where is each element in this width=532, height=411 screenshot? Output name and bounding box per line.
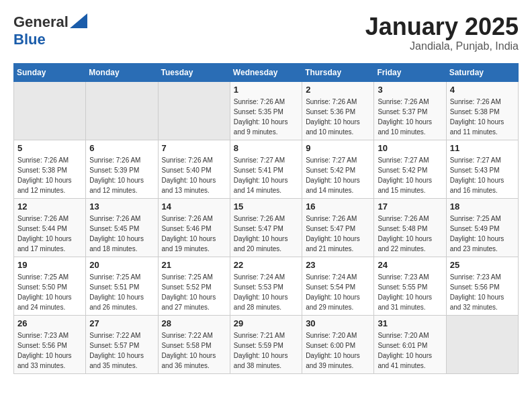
day-number: 7 bbox=[162, 143, 226, 153]
day-info: Sunrise: 7:20 AM Sunset: 6:01 PM Dayligh… bbox=[378, 330, 442, 371]
day-number: 1 bbox=[234, 85, 298, 95]
day-number: 15 bbox=[234, 201, 298, 212]
day-number: 19 bbox=[17, 260, 82, 270]
table-row: 29Sunrise: 7:21 AM Sunset: 5:59 PM Dayli… bbox=[230, 315, 302, 373]
calendar-header-row: Sunday Monday Tuesday Wednesday Thursday… bbox=[14, 63, 519, 81]
day-number: 31 bbox=[378, 318, 442, 328]
day-number: 24 bbox=[378, 260, 442, 270]
table-row: 13Sunrise: 7:26 AM Sunset: 5:45 PM Dayli… bbox=[86, 198, 158, 257]
week-row-5: 26Sunrise: 7:23 AM Sunset: 5:56 PM Dayli… bbox=[14, 315, 519, 373]
week-row-1: 1Sunrise: 7:26 AM Sunset: 5:35 PM Daylig… bbox=[14, 81, 519, 140]
day-info: Sunrise: 7:26 AM Sunset: 5:40 PM Dayligh… bbox=[162, 155, 226, 195]
table-row: 9Sunrise: 7:27 AM Sunset: 5:42 PM Daylig… bbox=[302, 140, 374, 198]
day-number: 2 bbox=[306, 85, 370, 95]
logo-general-text: General bbox=[13, 13, 69, 31]
day-info: Sunrise: 7:27 AM Sunset: 5:41 PM Dayligh… bbox=[234, 155, 298, 195]
day-info: Sunrise: 7:26 AM Sunset: 5:36 PM Dayligh… bbox=[306, 97, 370, 137]
col-saturday: Saturday bbox=[446, 63, 518, 81]
day-number: 26 bbox=[17, 318, 82, 328]
table-row: 2Sunrise: 7:26 AM Sunset: 5:36 PM Daylig… bbox=[302, 81, 374, 140]
day-number: 17 bbox=[378, 201, 442, 212]
col-tuesday: Tuesday bbox=[158, 63, 230, 81]
day-number: 9 bbox=[306, 143, 370, 153]
col-thursday: Thursday bbox=[302, 63, 374, 81]
day-number: 30 bbox=[306, 318, 370, 328]
page-header: General Blue January 2025 Jandiala, Punj… bbox=[13, 13, 519, 52]
logo-icon bbox=[70, 13, 87, 28]
table-row: 12Sunrise: 7:26 AM Sunset: 5:44 PM Dayli… bbox=[14, 198, 86, 257]
col-sunday: Sunday bbox=[14, 63, 86, 81]
day-info: Sunrise: 7:21 AM Sunset: 5:59 PM Dayligh… bbox=[234, 330, 298, 371]
day-info: Sunrise: 7:26 AM Sunset: 5:38 PM Dayligh… bbox=[17, 155, 82, 195]
table-row: 20Sunrise: 7:25 AM Sunset: 5:51 PM Dayli… bbox=[86, 257, 158, 315]
week-row-2: 5Sunrise: 7:26 AM Sunset: 5:38 PM Daylig… bbox=[14, 140, 519, 198]
day-info: Sunrise: 7:25 AM Sunset: 5:50 PM Dayligh… bbox=[17, 272, 82, 312]
table-row: 21Sunrise: 7:25 AM Sunset: 5:52 PM Dayli… bbox=[158, 257, 230, 315]
table-row: 30Sunrise: 7:20 AM Sunset: 6:00 PM Dayli… bbox=[302, 315, 374, 373]
day-info: Sunrise: 7:25 AM Sunset: 5:51 PM Dayligh… bbox=[89, 272, 154, 312]
table-row: 15Sunrise: 7:26 AM Sunset: 5:47 PM Dayli… bbox=[230, 198, 302, 257]
table-row: 31Sunrise: 7:20 AM Sunset: 6:01 PM Dayli… bbox=[374, 315, 446, 373]
table-row: 22Sunrise: 7:24 AM Sunset: 5:53 PM Dayli… bbox=[230, 257, 302, 315]
day-number: 27 bbox=[89, 318, 154, 328]
week-row-3: 12Sunrise: 7:26 AM Sunset: 5:44 PM Dayli… bbox=[14, 198, 519, 257]
day-info: Sunrise: 7:23 AM Sunset: 5:56 PM Dayligh… bbox=[17, 330, 82, 371]
location-title: Jandiala, Punjab, India bbox=[365, 40, 519, 52]
day-info: Sunrise: 7:27 AM Sunset: 5:42 PM Dayligh… bbox=[306, 155, 370, 195]
day-info: Sunrise: 7:27 AM Sunset: 5:42 PM Dayligh… bbox=[378, 155, 442, 195]
day-number: 18 bbox=[450, 201, 515, 212]
day-number: 20 bbox=[89, 260, 154, 270]
day-info: Sunrise: 7:23 AM Sunset: 5:56 PM Dayligh… bbox=[450, 272, 515, 312]
day-number: 29 bbox=[234, 318, 298, 328]
table-row: 1Sunrise: 7:26 AM Sunset: 5:35 PM Daylig… bbox=[230, 81, 302, 140]
col-friday: Friday bbox=[374, 63, 446, 81]
day-number: 16 bbox=[306, 201, 370, 212]
day-number: 13 bbox=[89, 201, 154, 212]
table-row bbox=[158, 81, 230, 140]
table-row: 7Sunrise: 7:26 AM Sunset: 5:40 PM Daylig… bbox=[158, 140, 230, 198]
table-row bbox=[446, 315, 518, 373]
day-number: 6 bbox=[89, 143, 154, 153]
table-row: 27Sunrise: 7:22 AM Sunset: 5:57 PM Dayli… bbox=[86, 315, 158, 373]
day-number: 14 bbox=[162, 201, 226, 212]
table-row: 6Sunrise: 7:26 AM Sunset: 5:39 PM Daylig… bbox=[86, 140, 158, 198]
table-row: 4Sunrise: 7:26 AM Sunset: 5:38 PM Daylig… bbox=[446, 81, 518, 140]
table-row: 26Sunrise: 7:23 AM Sunset: 5:56 PM Dayli… bbox=[14, 315, 86, 373]
logo-blue-text: Blue bbox=[13, 31, 46, 48]
table-row: 5Sunrise: 7:26 AM Sunset: 5:38 PM Daylig… bbox=[14, 140, 86, 198]
day-info: Sunrise: 7:26 AM Sunset: 5:48 PM Dayligh… bbox=[378, 214, 442, 254]
table-row: 3Sunrise: 7:26 AM Sunset: 5:37 PM Daylig… bbox=[374, 81, 446, 140]
day-number: 3 bbox=[378, 85, 442, 95]
day-info: Sunrise: 7:26 AM Sunset: 5:47 PM Dayligh… bbox=[234, 214, 298, 254]
table-row: 18Sunrise: 7:25 AM Sunset: 5:49 PM Dayli… bbox=[446, 198, 518, 257]
day-number: 22 bbox=[234, 260, 298, 270]
table-row bbox=[86, 81, 158, 140]
table-row: 25Sunrise: 7:23 AM Sunset: 5:56 PM Dayli… bbox=[446, 257, 518, 315]
table-row: 28Sunrise: 7:22 AM Sunset: 5:58 PM Dayli… bbox=[158, 315, 230, 373]
day-number: 5 bbox=[17, 143, 82, 153]
col-wednesday: Wednesday bbox=[230, 63, 302, 81]
day-number: 28 bbox=[162, 318, 226, 328]
table-row: 10Sunrise: 7:27 AM Sunset: 5:42 PM Dayli… bbox=[374, 140, 446, 198]
day-info: Sunrise: 7:26 AM Sunset: 5:46 PM Dayligh… bbox=[162, 214, 226, 254]
day-number: 11 bbox=[450, 143, 515, 153]
day-info: Sunrise: 7:26 AM Sunset: 5:44 PM Dayligh… bbox=[17, 214, 82, 254]
day-info: Sunrise: 7:26 AM Sunset: 5:39 PM Dayligh… bbox=[89, 155, 154, 195]
day-info: Sunrise: 7:26 AM Sunset: 5:37 PM Dayligh… bbox=[378, 97, 442, 137]
calendar-table: Sunday Monday Tuesday Wednesday Thursday… bbox=[13, 63, 519, 374]
day-info: Sunrise: 7:26 AM Sunset: 5:47 PM Dayligh… bbox=[306, 214, 370, 254]
day-number: 10 bbox=[378, 143, 442, 153]
week-row-4: 19Sunrise: 7:25 AM Sunset: 5:50 PM Dayli… bbox=[14, 257, 519, 315]
day-info: Sunrise: 7:23 AM Sunset: 5:55 PM Dayligh… bbox=[378, 272, 442, 312]
day-info: Sunrise: 7:20 AM Sunset: 6:00 PM Dayligh… bbox=[306, 330, 370, 371]
day-number: 12 bbox=[17, 201, 82, 212]
day-info: Sunrise: 7:27 AM Sunset: 5:43 PM Dayligh… bbox=[450, 155, 515, 195]
table-row: 17Sunrise: 7:26 AM Sunset: 5:48 PM Dayli… bbox=[374, 198, 446, 257]
table-row: 8Sunrise: 7:27 AM Sunset: 5:41 PM Daylig… bbox=[230, 140, 302, 198]
day-info: Sunrise: 7:25 AM Sunset: 5:49 PM Dayligh… bbox=[450, 214, 515, 254]
logo: General Blue bbox=[13, 13, 87, 48]
day-number: 21 bbox=[162, 260, 226, 270]
table-row: 14Sunrise: 7:26 AM Sunset: 5:46 PM Dayli… bbox=[158, 198, 230, 257]
day-number: 4 bbox=[450, 85, 515, 95]
col-monday: Monday bbox=[86, 63, 158, 81]
